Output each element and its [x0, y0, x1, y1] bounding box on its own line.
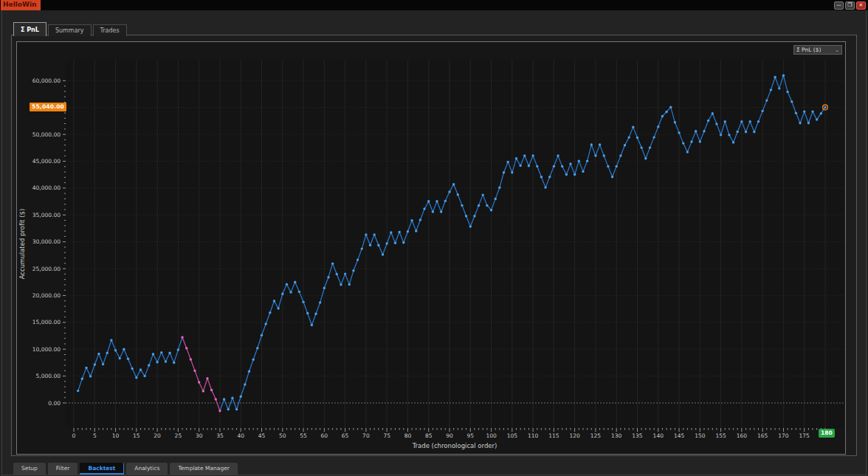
- svg-text:145: 145: [674, 432, 685, 439]
- series-selector-value: Σ PnL ($): [796, 46, 821, 53]
- tab-pnl[interactable]: Σ PnL: [13, 22, 46, 36]
- svg-text:15,000.00: 15,000.00: [32, 319, 61, 325]
- svg-text:25: 25: [175, 432, 182, 439]
- svg-text:40: 40: [237, 432, 244, 439]
- restore-button-icon[interactable]: ❐: [845, 1, 855, 10]
- tab-analytics[interactable]: Analytics: [126, 463, 168, 475]
- svg-text:40,000.00: 40,000.00: [32, 184, 61, 191]
- svg-text:45: 45: [258, 432, 266, 439]
- y-axis-title: Accumulated profit ($): [18, 209, 26, 280]
- svg-text:165: 165: [757, 432, 768, 439]
- svg-text:85: 85: [425, 432, 433, 439]
- chart-container: 0510152025303540455055606570758085909510…: [16, 41, 846, 455]
- svg-text:45,000.00: 45,000.00: [32, 158, 61, 165]
- pnl-line-chart[interactable]: 0510152025303540455055606570758085909510…: [17, 42, 845, 454]
- svg-text:60,000.00: 60,000.00: [32, 77, 61, 84]
- svg-text:0.00: 0.00: [48, 400, 61, 407]
- svg-text:0: 0: [72, 432, 76, 439]
- tab-summary[interactable]: Summary: [48, 24, 92, 36]
- svg-text:115: 115: [548, 432, 559, 439]
- svg-text:170: 170: [778, 432, 789, 439]
- svg-text:140: 140: [653, 432, 664, 439]
- svg-text:80: 80: [404, 432, 412, 439]
- svg-text:110: 110: [528, 432, 539, 439]
- svg-text:50,000.00: 50,000.00: [32, 131, 61, 138]
- svg-text:30,000.00: 30,000.00: [32, 238, 61, 245]
- svg-text:95: 95: [467, 432, 475, 439]
- svg-text:35: 35: [216, 432, 224, 439]
- svg-text:50: 50: [279, 432, 286, 439]
- svg-text:20: 20: [154, 432, 161, 439]
- svg-text:70: 70: [362, 432, 370, 439]
- svg-text:90: 90: [446, 432, 453, 439]
- tab-filter[interactable]: Filter: [48, 463, 78, 475]
- pnl-tab-panel: 0510152025303540455055606570758085909510…: [11, 35, 857, 456]
- tab-setup[interactable]: Setup: [13, 463, 46, 475]
- window-frame-bottom: [1, 475, 867, 475]
- top-tab-bar: Σ PnL Summary Trades: [13, 22, 128, 36]
- series-selector-dropdown[interactable]: Σ PnL ($) ⌄: [793, 45, 842, 55]
- svg-text:5,000.00: 5,000.00: [36, 373, 61, 379]
- window-frame-right: [866, 10, 867, 476]
- close-button-icon[interactable]: ✕: [856, 1, 866, 10]
- svg-text:35,000.00: 35,000.00: [32, 212, 61, 218]
- svg-text:125: 125: [590, 432, 602, 439]
- svg-text:55: 55: [300, 432, 307, 439]
- bottom-tab-bar: Setup Filter Backtest Analytics Template…: [13, 463, 240, 475]
- svg-text:120: 120: [570, 432, 581, 439]
- title-bar: HelloWin — ❐ ✕: [0, 0, 868, 10]
- tab-trades[interactable]: Trades: [93, 24, 127, 36]
- svg-text:155: 155: [715, 432, 726, 439]
- svg-text:30: 30: [196, 432, 203, 439]
- x-axis-title: Trade (chronological order): [412, 442, 497, 449]
- current-trade-badge: 180: [819, 429, 835, 438]
- window-title: HelloWin: [1, 0, 41, 10]
- svg-text:10,000.00: 10,000.00: [32, 346, 61, 353]
- tab-backtest[interactable]: Backtest: [80, 463, 124, 475]
- svg-text:60: 60: [321, 432, 328, 439]
- plot-area: [66, 60, 844, 428]
- svg-text:150: 150: [695, 432, 706, 439]
- svg-text:135: 135: [632, 432, 643, 439]
- minimize-button-icon[interactable]: —: [834, 1, 844, 10]
- svg-text:5: 5: [93, 432, 97, 439]
- tab-template-manager[interactable]: Template Manager: [170, 463, 237, 475]
- svg-text:65: 65: [342, 432, 349, 439]
- svg-text:130: 130: [611, 432, 622, 439]
- chevron-down-icon: ⌄: [835, 47, 839, 53]
- svg-text:175: 175: [799, 432, 810, 439]
- svg-text:160: 160: [737, 432, 748, 439]
- window-controls: — ❐ ✕: [834, 1, 868, 10]
- svg-text:100: 100: [486, 432, 497, 439]
- svg-text:10: 10: [112, 432, 120, 439]
- current-value-badge: 55,040.00: [30, 103, 66, 111]
- svg-text:15: 15: [133, 432, 140, 439]
- svg-text:20,000.00: 20,000.00: [32, 292, 61, 299]
- svg-text:75: 75: [383, 432, 390, 439]
- app-window: Σ PnL Summary Trades 0510152025303540455…: [0, 10, 868, 476]
- window-frame-left: [1, 10, 2, 476]
- svg-text:105: 105: [507, 432, 518, 439]
- svg-text:25,000.00: 25,000.00: [32, 266, 61, 272]
